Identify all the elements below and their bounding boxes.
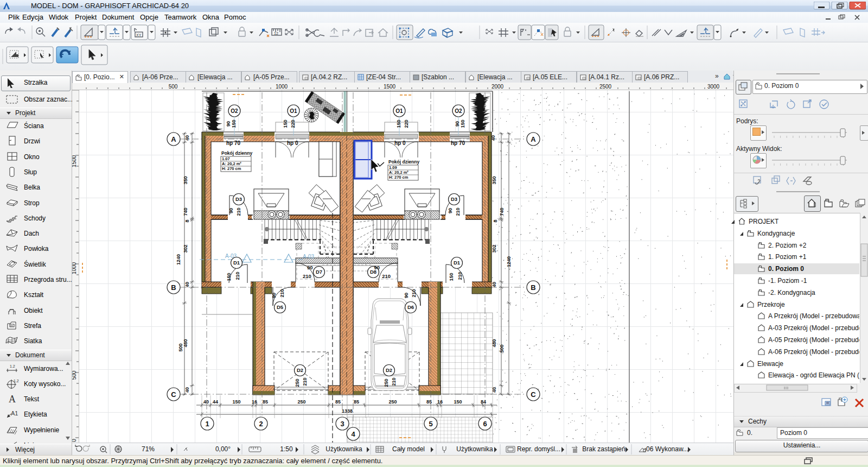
svg-text:B: B xyxy=(531,283,535,292)
svg-text:1338: 1338 xyxy=(342,408,353,414)
svg-text:210: 210 xyxy=(279,289,285,297)
svg-text:250: 250 xyxy=(384,378,389,387)
svg-text:1: 1 xyxy=(205,420,209,428)
svg-text:06 Wykonaw...: 06 Wykonaw... xyxy=(646,445,688,453)
svg-text:A: A xyxy=(531,135,536,143)
svg-text:3: 3 xyxy=(340,420,344,428)
svg-text:84: 84 xyxy=(481,399,486,405)
svg-text:1.2: 1.2 xyxy=(14,379,19,383)
svg-text:D2: D2 xyxy=(386,367,392,373)
svg-text:1.07: 1.07 xyxy=(222,156,230,161)
svg-text:480: 480 xyxy=(492,339,497,347)
svg-text:302: 302 xyxy=(183,244,188,253)
svg-text:A: 20,2 m²: A: 20,2 m² xyxy=(222,161,241,166)
svg-text:1500: 1500 xyxy=(384,84,396,90)
svg-text:2000: 2000 xyxy=(492,84,504,90)
svg-text:40: 40 xyxy=(184,387,190,393)
svg-text:40: 40 xyxy=(184,135,190,141)
svg-text:A: 20,2 m²: A: 20,2 m² xyxy=(389,170,409,175)
svg-text:4: 4 xyxy=(351,430,355,438)
svg-text:12: 12 xyxy=(274,31,278,35)
svg-text:Pokój dzienny: Pokój dzienny xyxy=(388,159,419,165)
svg-text:1500: 1500 xyxy=(72,155,77,167)
svg-text:16: 16 xyxy=(437,399,443,405)
svg-text:85: 85 xyxy=(354,399,359,405)
svg-text:90: 90 xyxy=(271,293,277,298)
svg-text:90: 90 xyxy=(226,121,231,127)
svg-text:150: 150 xyxy=(226,273,232,281)
svg-text:Repr. domyśl...: Repr. domyśl... xyxy=(517,445,560,453)
svg-text:2500: 2500 xyxy=(599,84,612,90)
svg-text:500: 500 xyxy=(169,84,178,90)
svg-text:90: 90 xyxy=(374,264,380,270)
svg-text:8: 8 xyxy=(493,219,498,222)
svg-text:210: 210 xyxy=(455,207,461,216)
svg-text:Użytkownika: Użytkownika xyxy=(456,445,493,453)
svg-text:85: 85 xyxy=(335,399,341,405)
svg-text:O1: O1 xyxy=(395,108,403,114)
svg-text:hp 0: hp 0 xyxy=(287,140,298,146)
svg-text:350: 350 xyxy=(492,176,497,184)
svg-text:hp 0: hp 0 xyxy=(394,140,406,146)
svg-text:C: C xyxy=(531,390,536,399)
svg-text:XY: XY xyxy=(136,33,142,37)
svg-text:71%: 71% xyxy=(142,445,155,453)
svg-text:40: 40 xyxy=(490,135,496,141)
svg-text:A-03: A-03 xyxy=(303,254,315,260)
svg-text:210: 210 xyxy=(391,377,397,386)
svg-text:D1: D1 xyxy=(454,260,461,266)
svg-text:220: 220 xyxy=(290,119,296,128)
svg-text:Brak zastąpień: Brak zastąpień xyxy=(582,445,625,453)
svg-text:hp 70: hp 70 xyxy=(226,140,241,146)
svg-text:250: 250 xyxy=(297,399,305,405)
svg-text:D1: D1 xyxy=(233,260,240,266)
svg-text:220: 220 xyxy=(404,119,409,128)
svg-text:150: 150 xyxy=(454,399,462,405)
svg-text:150: 150 xyxy=(283,119,288,128)
svg-text:D6: D6 xyxy=(407,304,414,310)
svg-text:210: 210 xyxy=(235,272,240,280)
svg-text:5: 5 xyxy=(429,420,432,428)
svg-text:302: 302 xyxy=(492,244,497,253)
svg-text:150: 150 xyxy=(449,273,454,281)
svg-text:H: 270 cm: H: 270 cm xyxy=(389,175,409,180)
svg-text:250: 250 xyxy=(295,378,300,387)
svg-text:250: 250 xyxy=(388,399,397,405)
svg-text:740: 740 xyxy=(499,207,505,216)
svg-text:150: 150 xyxy=(232,399,240,405)
svg-text:D2: D2 xyxy=(297,367,303,373)
svg-text:H: 270 cm: H: 270 cm xyxy=(222,166,241,171)
svg-text:150: 150 xyxy=(396,119,401,128)
svg-text:210: 210 xyxy=(382,273,391,279)
svg-text:500: 500 xyxy=(72,370,77,380)
svg-text:O2: O2 xyxy=(231,108,238,114)
svg-text:90: 90 xyxy=(404,293,409,298)
svg-text:90: 90 xyxy=(455,121,460,127)
svg-text:1240: 1240 xyxy=(506,256,512,267)
svg-text:460: 460 xyxy=(183,339,188,347)
svg-text:16: 16 xyxy=(252,399,257,405)
svg-text:210: 210 xyxy=(302,377,308,386)
svg-text:1.2: 1.2 xyxy=(10,364,15,368)
svg-text:D3: D3 xyxy=(235,196,242,202)
svg-text:210: 210 xyxy=(457,272,463,280)
svg-text:6: 6 xyxy=(483,420,487,428)
svg-text:1240: 1240 xyxy=(176,254,181,265)
svg-text:O1: O1 xyxy=(290,108,297,114)
svg-text:740: 740 xyxy=(183,207,188,216)
svg-text:D3: D3 xyxy=(451,196,457,202)
svg-text:40: 40 xyxy=(492,282,497,287)
svg-text:C: C xyxy=(171,390,176,399)
svg-text:0: 0 xyxy=(72,439,77,442)
svg-text:210: 210 xyxy=(236,207,241,216)
svg-text:210: 210 xyxy=(411,289,417,297)
svg-text:500: 500 xyxy=(499,344,505,352)
svg-text:90: 90 xyxy=(448,208,453,213)
svg-text:A: A xyxy=(171,135,176,143)
svg-text:85: 85 xyxy=(426,399,432,405)
svg-text:3000: 3000 xyxy=(707,84,720,90)
svg-text:A: A xyxy=(9,394,16,404)
svg-text:90: 90 xyxy=(307,264,313,270)
svg-text:2: 2 xyxy=(259,420,263,428)
svg-text:1.09: 1.09 xyxy=(389,165,397,170)
